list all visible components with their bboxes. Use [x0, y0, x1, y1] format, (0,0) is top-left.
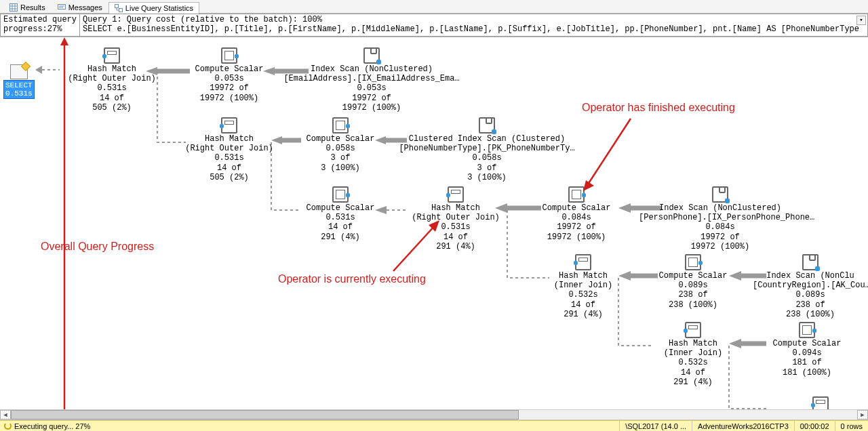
op-compute-scalar-2[interactable]: Compute Scalar 0.058s 3 of 3 (100%)	[279, 117, 401, 173]
svg-line-39	[393, 225, 435, 271]
op-hash-match-4[interactable]: Hash Match (Inner Join) 0.532s 14 of 291…	[522, 254, 644, 320]
op-compute-scalar-5[interactable]: Compute Scalar 0.089s 238 of 238 (100%)	[632, 254, 754, 310]
tab-label: Messages	[68, 3, 102, 12]
live-stats-icon	[115, 4, 123, 12]
index-scan-icon	[712, 186, 728, 203]
op-clust-index-scan-2[interactable]: Clustered Index Scan (Clustered) [PhoneN…	[399, 117, 575, 183]
op-compute-scalar-4[interactable]: Compute Scalar 0.084s 19972 of 19972 (10…	[515, 186, 637, 243]
hash-match-icon	[685, 322, 701, 338]
svg-marker-35	[60, 37, 68, 45]
results-icon	[9, 3, 18, 12]
svg-rect-5	[58, 5, 65, 9]
horizontal-scrollbar[interactable]: ◄ ►	[0, 409, 868, 420]
annot-overall: Overall Query Progress	[41, 241, 154, 253]
op-select[interactable]: SELECT0.531s	[3, 64, 35, 99]
status-rows: 0 rows	[835, 421, 868, 431]
tab-label: Live Query Statistics	[125, 4, 193, 12]
compute-scalar-icon	[221, 47, 237, 64]
plan-canvas[interactable]: SELECT0.531s Hash Match (Right Outer Joi…	[0, 37, 868, 425]
status-executing: Executing query... 27%	[0, 421, 96, 431]
op-compute-scalar-1[interactable]: Compute Scalar 0.053s 19972 of 19972 (10…	[168, 47, 290, 104]
estimated-progress: Estimated query progress:27%	[0, 14, 79, 37]
spinner-icon	[4, 422, 12, 430]
compute-scalar-icon	[332, 117, 349, 134]
scroll-right-button[interactable]: ►	[857, 410, 868, 419]
scroll-thumb[interactable]	[11, 410, 519, 419]
status-db: AdventureWorks2016CTP3	[692, 421, 794, 431]
compute-scalar-icon	[332, 186, 349, 203]
op-hash-match-5[interactable]: Hash Match (Inner Join) 0.532s 14 of 291…	[632, 322, 754, 388]
svg-marker-12	[35, 66, 42, 74]
scroll-left-button[interactable]: ◄	[0, 410, 11, 419]
op-hash-match-2[interactable]: Hash Match (Right Outer Join) 0.531s 14 …	[168, 117, 290, 183]
status-bar: Executing query... 27% \SQL2017 (14.0 ..…	[0, 420, 868, 431]
tab-live-stats[interactable]: Live Query Statistics	[108, 2, 199, 14]
index-scan-icon	[479, 117, 495, 134]
result-tabs: Results Messages Live Query Statistics	[0, 0, 868, 14]
tab-results[interactable]: Results	[3, 1, 52, 13]
index-scan-icon	[363, 47, 380, 64]
op-index-scan-1[interactable]: Index Scan (NonClustered) [EmailAddress]…	[283, 47, 460, 113]
svg-line-37	[587, 119, 631, 186]
query-header: Estimated query progress:27% Query 1: Qu…	[0, 14, 868, 37]
op-index-scan-4[interactable]: Index Scan (NonClustered) [PersonPhone].…	[639, 186, 802, 252]
hash-match-icon	[575, 254, 591, 270]
op-compute-scalar-6[interactable]: Compute Scalar 0.094s 181 of 181 (100%)	[746, 322, 868, 378]
index-scan-icon	[802, 254, 818, 270]
select-label: SELECT0.531s	[3, 80, 35, 99]
op-compute-scalar-3[interactable]: Compute Scalar 0.531s 14 of 291 (4%)	[279, 186, 401, 243]
op-index-scan-5[interactable]: Index Scan (NonClu [CountryRegion].[AK_C…	[753, 254, 868, 320]
status-time: 00:00:02	[794, 421, 835, 431]
svg-rect-8	[115, 5, 118, 8]
hash-match-icon	[221, 117, 237, 134]
status-server: \SQL2017 (14.0 ...	[619, 421, 692, 431]
svg-rect-9	[119, 9, 122, 12]
svg-rect-0	[10, 4, 18, 12]
query-text: Query 1: Query cost (relative to the bat…	[79, 14, 868, 37]
messages-icon	[58, 3, 66, 12]
tab-messages[interactable]: Messages	[52, 1, 108, 13]
scroll-track[interactable]	[11, 410, 857, 419]
hash-match-icon	[104, 47, 120, 64]
hash-match-icon	[448, 186, 464, 203]
table-icon	[10, 64, 28, 79]
annot-finished: Operator has finished executing	[582, 102, 735, 114]
expand-query-button[interactable]: ▾	[856, 16, 866, 25]
compute-scalar-icon	[799, 322, 815, 338]
tab-label: Results	[20, 3, 45, 12]
compute-scalar-icon	[685, 254, 701, 270]
